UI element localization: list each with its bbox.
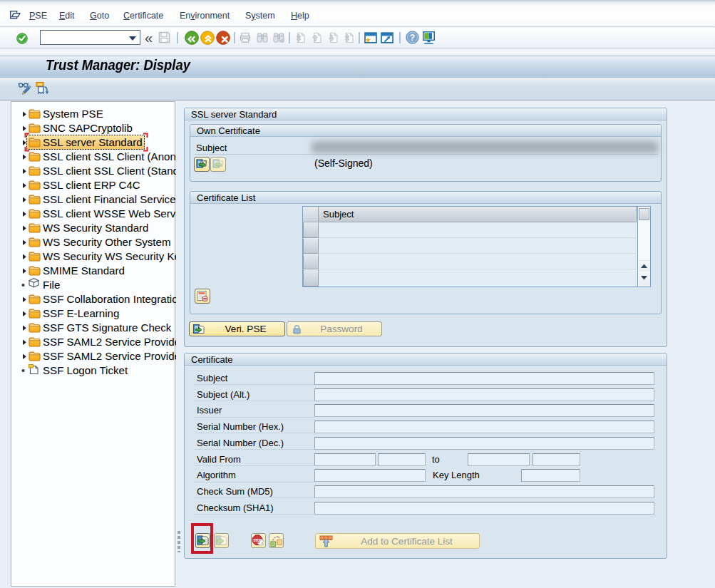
svg-text:SSL client SSL Client (Anonym: SSL client SSL Client (Anonym: [43, 150, 176, 163]
svg-text:SSF SAML2 Service Provider: SSF SAML2 Service Provider: [43, 336, 176, 348]
svg-text:WS Security WS Security Ke: WS Security WS Security Ke: [43, 250, 176, 262]
svg-text:SNC SAPCryptolib: SNC SAPCryptolib: [43, 122, 133, 134]
svg-text:WS Security Standard: WS Security Standard: [43, 222, 148, 234]
svg-text:SSF E-Learning: SSF E-Learning: [43, 307, 119, 319]
svg-text:SSL client WSSE Web Servic: SSL client WSSE Web Servic: [43, 207, 176, 220]
svg-text:SSL client ERP C4C: SSL client ERP C4C: [43, 179, 140, 191]
svg-text:SSL client Financial Services: SSL client Financial Services: [43, 193, 176, 205]
svg-text:System PSE: System PSE: [43, 108, 103, 120]
svg-text:?: ?: [410, 33, 415, 43]
svg-text:SMIME Standard: SMIME Standard: [43, 264, 125, 277]
svg-text:SSF Logon Ticket: SSF Logon Ticket: [43, 364, 128, 376]
svg-text:SSF SAML2 Service Provider: SSF SAML2 Service Provider: [43, 350, 176, 362]
svg-text:SSF Collaboration Integratio: SSF Collaboration Integratio: [43, 293, 176, 305]
svg-text:WS Security Other System: WS Security Other System: [43, 236, 171, 248]
svg-text:SSL server Standard: SSL server Standard: [43, 136, 143, 148]
svg-text:SSF GTS Signature Check: SSF GTS Signature Check: [43, 321, 172, 334]
svg-text:SSL client SSL Client (Standar: SSL client SSL Client (Standar: [43, 165, 176, 177]
svg-text:File: File: [43, 279, 60, 291]
